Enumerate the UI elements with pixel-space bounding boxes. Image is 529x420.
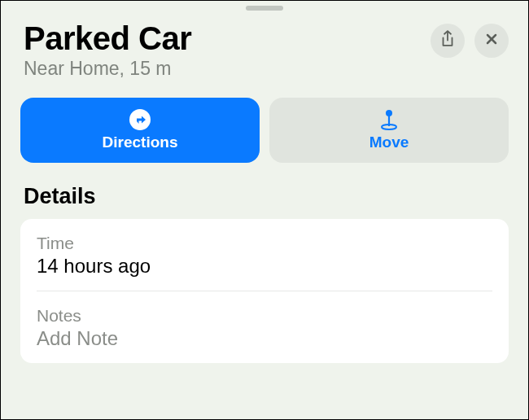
- svg-point-3: [386, 110, 392, 116]
- move-pin-icon: [378, 109, 400, 130]
- move-label: Move: [369, 133, 409, 151]
- notes-placeholder: Add Note: [37, 327, 492, 350]
- notes-row[interactable]: Notes Add Note: [37, 291, 492, 363]
- details-card: Time 14 hours ago Notes Add Note: [20, 219, 509, 363]
- title-block: Parked Car Near Home, 15 m: [24, 20, 421, 80]
- location-subtitle: Near Home, 15 m: [24, 58, 421, 80]
- notes-label: Notes: [37, 306, 492, 326]
- drag-handle[interactable]: [246, 6, 283, 11]
- directions-label: Directions: [103, 133, 178, 151]
- details-section-title: Details: [1, 163, 528, 219]
- directions-button[interactable]: Directions: [20, 98, 260, 163]
- share-button[interactable]: [431, 24, 465, 58]
- close-icon: [483, 30, 500, 51]
- close-button[interactable]: [474, 24, 509, 58]
- time-label: Time: [37, 234, 492, 253]
- time-value: 14 hours ago: [37, 255, 492, 278]
- page-title: Parked Car: [24, 20, 421, 56]
- time-row: Time 14 hours ago: [37, 219, 492, 291]
- directions-icon: [129, 109, 151, 130]
- header: Parked Car Near Home, 15 m: [1, 1, 528, 80]
- share-icon: [439, 30, 456, 51]
- action-buttons: Directions Move: [1, 80, 528, 163]
- move-button[interactable]: Move: [269, 98, 509, 163]
